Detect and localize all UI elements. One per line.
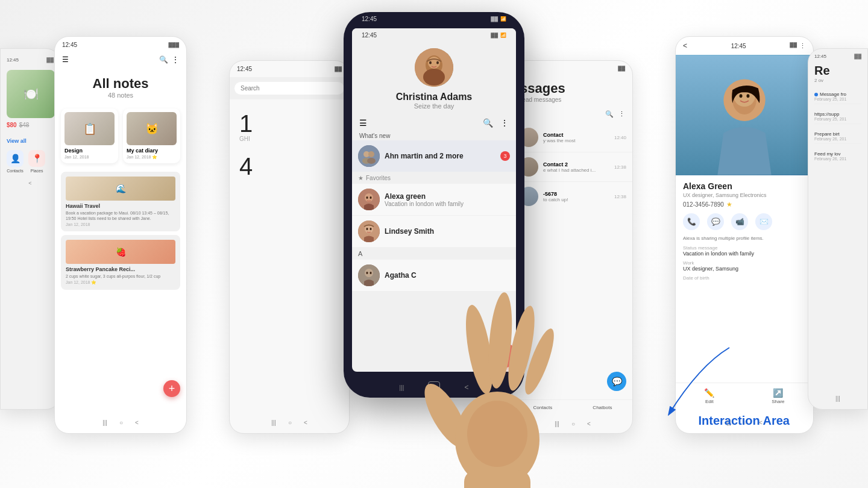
far-right-msg-1: Message fro February 25, 201 xyxy=(814,89,861,104)
group-avatar xyxy=(358,145,380,167)
left-center-time: 12:45 xyxy=(237,66,252,72)
view-all-link[interactable]: View all xyxy=(7,138,27,144)
notes-title: All notes xyxy=(55,76,186,92)
panel-left-center: 12:45 ▓▓ 1 GHI 4 ||| ○ < xyxy=(229,60,350,434)
hawaii-note: 🌊 Hawaii Travel Book a vacation package … xyxy=(61,172,180,231)
interaction-area-label: Interaction Area xyxy=(698,414,790,428)
svg-point-20 xyxy=(365,269,373,277)
far-right-subtitle: 2 ov xyxy=(814,78,861,83)
price-tag: $80 xyxy=(7,122,17,128)
email-icon[interactable]: ✉️ xyxy=(755,213,772,230)
agatha-avatar xyxy=(358,264,380,286)
alexa-contact-photo xyxy=(676,55,813,175)
group-message-item[interactable]: Ahn martin and 2 more 3 xyxy=(352,140,516,172)
svg-point-12 xyxy=(365,193,373,202)
far-right-msg-4: Feed my lov February 26, 201 xyxy=(814,149,861,163)
phone-time: 12:45 xyxy=(362,16,377,22)
group-message-name: Ahn martin and 2 more xyxy=(385,152,495,160)
right-panel-time: 12:45 xyxy=(731,43,746,49)
svg-point-18 xyxy=(370,228,372,230)
left-center-header: 12:45 ▓▓ xyxy=(230,61,349,77)
search-input[interactable] xyxy=(234,82,344,95)
call-icon[interactable]: 📞 xyxy=(683,213,700,230)
design-category: Design xyxy=(64,148,115,154)
search-icon[interactable]: 🔍 xyxy=(483,118,493,128)
work-value: UX designer, Samsung xyxy=(683,266,806,272)
panel-far-right: 12:45 ▓▓ Re 2 ov Message fro February 25… xyxy=(808,48,868,410)
chatbots-tab[interactable]: Chatbots xyxy=(593,405,612,410)
messages-subtitle: read messages xyxy=(520,96,625,103)
cat-diary-category: My cat diary xyxy=(127,148,177,154)
svg-point-2 xyxy=(423,69,445,86)
svg-point-21 xyxy=(366,272,368,274)
status-msg-value: Vacation in london with family xyxy=(683,251,806,257)
favorites-section: ★ Favorites xyxy=(352,172,516,184)
alexa-phone: 012-3456-7890 xyxy=(683,201,724,208)
panel-left-notes: 12:45 ▓▓▓ ☰ 🔍 ⋮ All notes 48 notes 📋 Des… xyxy=(54,36,187,434)
profile-tagline: Seize the day xyxy=(414,102,454,110)
far-left-signal: ▓▓ xyxy=(46,57,54,63)
screen-statusbar: 12:45 ▓▓ 📶 xyxy=(352,28,516,42)
far-left-time: 12:45 xyxy=(7,57,19,63)
msg-item-2: Contact 2 e what I had attached i... 12:… xyxy=(513,152,632,182)
whats-new-label: What's new xyxy=(352,131,516,140)
svg-point-4 xyxy=(429,61,432,64)
svg-point-10 xyxy=(367,158,376,164)
notes-subtitle: 48 notes xyxy=(55,92,186,99)
share-button[interactable]: ↗️ Share xyxy=(772,388,784,404)
right-center-header: ▓▓ xyxy=(513,61,632,76)
messages-title-partial: ssages xyxy=(520,81,625,96)
screen-toolbar: ☰ 🔍 ⋮ xyxy=(352,114,516,131)
screen-profile: Christina Adams Seize the day xyxy=(352,42,516,114)
screen-time: 12:45 xyxy=(362,32,377,39)
svg-point-5 xyxy=(436,61,439,64)
chat-icon[interactable]: 💬 xyxy=(707,213,724,230)
svg-point-14 xyxy=(370,196,372,199)
hand-overlay xyxy=(398,187,579,488)
profile-avatar xyxy=(415,48,453,87)
menu-icon[interactable]: ☰ xyxy=(359,118,367,128)
svg-point-27 xyxy=(740,94,743,98)
far-right-msg-3: Prepare birt February 26, 201 xyxy=(814,129,861,144)
far-right-msg-2: https://supp February 25, 201 xyxy=(814,109,861,124)
far-right-time: 12:45 xyxy=(814,54,826,59)
svg-point-13 xyxy=(366,196,368,199)
right-panel-header: < 12:45 ▓▓ ⋮ xyxy=(676,37,813,55)
chat-fab[interactable]: 💬 xyxy=(607,372,626,391)
strawberry-note: 🍓 Strawberry Pancake Reci... 2 cups whit… xyxy=(61,235,180,290)
far-right-title: Re xyxy=(814,64,861,78)
more-icon[interactable]: ⋮ xyxy=(500,118,509,128)
msg-item-1: Contact y was the most 12:40 xyxy=(513,123,632,152)
svg-point-22 xyxy=(370,272,372,274)
places-category: 📍 Places xyxy=(28,150,45,173)
contact-number-4: 4 xyxy=(239,154,339,178)
alexa-avatar xyxy=(358,189,380,210)
work-label: Work xyxy=(683,260,806,266)
dob-label: Date of birth xyxy=(683,275,806,281)
alexa-role: UX designer, Samsung Electronics xyxy=(683,192,806,198)
group-message-info: Ahn martin and 2 more xyxy=(385,152,495,160)
profile-name: Christina Adams xyxy=(396,92,473,102)
status-msg-label: Status message xyxy=(683,245,806,251)
svg-point-36 xyxy=(467,401,527,467)
panel-far-left: 12:45 ▓▓ 🍽️ $80 $48 View all 👤 Contacts … xyxy=(0,48,60,410)
svg-point-8 xyxy=(368,151,374,157)
video-icon[interactable]: 📹 xyxy=(731,213,748,230)
lindsey-avatar xyxy=(358,221,380,242)
notes-fab[interactable]: + xyxy=(163,380,180,397)
svg-rect-35 xyxy=(464,470,530,488)
notes-time: 12:45 xyxy=(62,42,77,48)
notes-panel-header: 12:45 ▓▓▓ xyxy=(55,37,186,53)
svg-point-17 xyxy=(366,228,368,230)
contacts-category: 👤 Contacts xyxy=(7,150,24,173)
contact-number-1: 1 xyxy=(239,111,339,136)
svg-point-28 xyxy=(746,94,749,98)
contact-sub: GHI xyxy=(239,136,339,142)
sharing-notice: Alexa is sharing multiple profile items. xyxy=(683,235,806,242)
alexa-name-detail: Alexa Green xyxy=(683,181,806,191)
price-original: $48 xyxy=(19,122,30,128)
group-message-badge: 3 xyxy=(500,151,510,161)
